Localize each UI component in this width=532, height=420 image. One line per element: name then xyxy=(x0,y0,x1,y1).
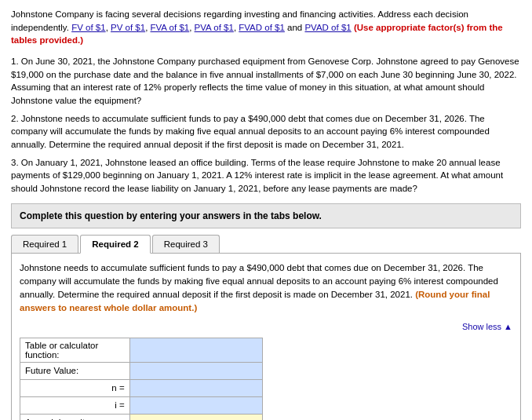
function-input[interactable] xyxy=(129,338,262,362)
tabs-row: Required 1 Required 2 Required 3 xyxy=(11,235,521,254)
complete-box: Complete this question by entering your … xyxy=(11,203,521,228)
deposit-input[interactable] xyxy=(129,414,262,420)
tab-required-3[interactable]: Required 3 xyxy=(152,235,220,253)
fv-input[interactable] xyxy=(129,362,262,379)
fvad-link[interactable]: FVAD of $1 xyxy=(239,23,285,32)
tab-description: Johnstone needs to accumulate sufficient… xyxy=(20,261,512,316)
fv-label: Future Value: xyxy=(20,362,130,379)
tab-required-1[interactable]: Required 1 xyxy=(11,235,78,253)
n-label: n = xyxy=(20,379,130,396)
n-input[interactable] xyxy=(129,379,262,396)
calculator-table: Table or calculator function: Future Val… xyxy=(20,338,263,420)
i-label: i = xyxy=(20,396,130,414)
n-input-field[interactable] xyxy=(135,383,257,393)
fv-link[interactable]: FV of $1 xyxy=(71,23,105,32)
question-2: 2. Johnstone needs to accumulate suffici… xyxy=(11,112,521,152)
table-row-fv: Future Value: xyxy=(20,362,263,379)
question-1: 1. On June 30, 2021, the Johnstone Compa… xyxy=(11,55,521,108)
intro-text: Johnstone Company is facing several deci… xyxy=(11,8,521,47)
show-less-button[interactable]: Show less ▲ xyxy=(462,322,512,331)
show-less-area: Show less ▲ xyxy=(20,322,512,331)
fv-input-field[interactable] xyxy=(135,366,257,375)
table-row-function: Table or calculator function: xyxy=(20,338,263,362)
function-label: Table or calculator function: xyxy=(20,338,130,362)
table-row-n: n = xyxy=(20,379,263,396)
question-3: 3. On January 1, 2021, Johnstone leased … xyxy=(11,156,521,195)
function-input-field[interactable] xyxy=(135,345,257,355)
fva-link[interactable]: FVA of $1 xyxy=(151,23,190,32)
table-row-i: i = xyxy=(20,396,263,414)
rounding-note: (Round your final answers to nearest who… xyxy=(20,290,490,312)
pvad-link[interactable]: PVAD of $1 xyxy=(304,23,351,32)
pv-link[interactable]: PV of $1 xyxy=(111,23,145,32)
pva-link[interactable]: PVA of $1 xyxy=(195,23,234,32)
tab-content: Johnstone needs to accumulate sufficient… xyxy=(11,254,521,420)
i-input[interactable] xyxy=(129,396,262,414)
table-row-deposit: Annual deposit xyxy=(20,414,263,420)
i-input-field[interactable] xyxy=(135,400,257,410)
deposit-label: Annual deposit xyxy=(20,414,130,420)
tab-required-2[interactable]: Required 2 xyxy=(80,235,150,254)
